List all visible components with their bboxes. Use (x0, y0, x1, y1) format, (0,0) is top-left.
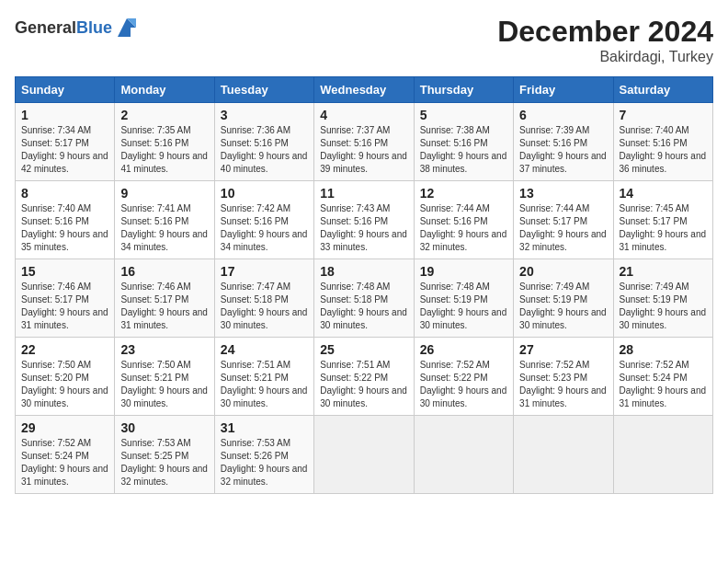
logo-blue: Blue (76, 18, 112, 37)
day-number: 4 (320, 108, 407, 122)
day-number: 20 (519, 264, 607, 279)
day-info: Sunrise: 7:53 AMSunset: 5:26 PMDaylight:… (221, 437, 308, 488)
weekday-header-saturday: Saturday (613, 77, 712, 103)
day-info: Sunrise: 7:37 AMSunset: 5:16 PMDaylight:… (320, 124, 407, 176)
calendar-day-cell: 21Sunrise: 7:49 AMSunset: 5:19 PMDayligh… (613, 259, 712, 338)
day-number: 5 (420, 108, 507, 122)
day-number: 21 (620, 264, 707, 279)
day-number: 14 (620, 186, 707, 201)
calendar-day-cell: 20Sunrise: 7:49 AMSunset: 5:19 PMDayligh… (514, 259, 613, 338)
empty-cell (414, 416, 513, 494)
calendar-day-cell: 4Sunrise: 7:37 AMSunset: 5:16 PMDaylight… (314, 103, 414, 181)
day-number: 24 (221, 342, 308, 357)
calendar-day-cell: 19Sunrise: 7:48 AMSunset: 5:19 PMDayligh… (414, 259, 513, 338)
day-number: 25 (320, 342, 407, 357)
logo: GeneralBlue (15, 15, 140, 40)
day-info: Sunrise: 7:40 AMSunset: 5:16 PMDaylight:… (620, 124, 707, 176)
calendar-day-cell: 28Sunrise: 7:52 AMSunset: 5:24 PMDayligh… (613, 338, 712, 416)
day-info: Sunrise: 7:46 AMSunset: 5:17 PMDaylight:… (21, 281, 108, 332)
location-title: Bakirdagi, Turkey (497, 49, 713, 65)
day-number: 29 (21, 420, 108, 435)
weekday-header-row: SundayMondayTuesdayWednesdayThursdayFrid… (16, 77, 713, 103)
calendar-day-cell: 14Sunrise: 7:45 AMSunset: 5:17 PMDayligh… (613, 181, 712, 259)
calendar-day-cell: 15Sunrise: 7:46 AMSunset: 5:17 PMDayligh… (16, 259, 115, 338)
day-info: Sunrise: 7:43 AMSunset: 5:16 PMDaylight:… (320, 202, 407, 254)
calendar-table: SundayMondayTuesdayWednesdayThursdayFrid… (15, 76, 713, 494)
day-number: 28 (620, 342, 707, 357)
calendar-day-cell: 11Sunrise: 7:43 AMSunset: 5:16 PMDayligh… (314, 181, 414, 259)
calendar-day-cell: 24Sunrise: 7:51 AMSunset: 5:21 PMDayligh… (214, 338, 313, 416)
page-header: GeneralBlue December 2024 Bakirdagi, Tur… (15, 15, 713, 65)
calendar-day-cell: 10Sunrise: 7:42 AMSunset: 5:16 PMDayligh… (214, 181, 313, 259)
day-info: Sunrise: 7:42 AMSunset: 5:16 PMDaylight:… (221, 202, 308, 254)
day-info: Sunrise: 7:34 AMSunset: 5:17 PMDaylight:… (21, 124, 108, 176)
day-info: Sunrise: 7:48 AMSunset: 5:19 PMDaylight:… (420, 281, 507, 332)
day-info: Sunrise: 7:51 AMSunset: 5:21 PMDaylight:… (221, 359, 308, 410)
calendar-day-cell: 6Sunrise: 7:39 AMSunset: 5:16 PMDaylight… (514, 103, 613, 181)
day-info: Sunrise: 7:50 AMSunset: 5:21 PMDaylight:… (120, 359, 208, 410)
day-info: Sunrise: 7:51 AMSunset: 5:22 PMDaylight:… (320, 359, 407, 410)
calendar-day-cell: 31Sunrise: 7:53 AMSunset: 5:26 PMDayligh… (214, 416, 313, 494)
weekday-header-wednesday: Wednesday (314, 77, 414, 103)
title-area: December 2024 Bakirdagi, Turkey (497, 15, 713, 65)
day-number: 8 (21, 186, 108, 201)
day-number: 11 (320, 186, 407, 201)
day-info: Sunrise: 7:36 AMSunset: 5:16 PMDaylight:… (221, 124, 308, 176)
day-info: Sunrise: 7:49 AMSunset: 5:19 PMDaylight:… (519, 281, 607, 332)
logo-icon (114, 15, 140, 40)
day-number: 15 (21, 264, 108, 279)
day-info: Sunrise: 7:50 AMSunset: 5:20 PMDaylight:… (21, 359, 108, 410)
day-info: Sunrise: 7:45 AMSunset: 5:17 PMDaylight:… (620, 202, 707, 254)
weekday-header-monday: Monday (115, 77, 214, 103)
calendar-day-cell: 7Sunrise: 7:40 AMSunset: 5:16 PMDaylight… (613, 103, 712, 181)
day-info: Sunrise: 7:44 AMSunset: 5:16 PMDaylight:… (420, 202, 507, 254)
weekday-header-sunday: Sunday (16, 77, 115, 103)
calendar-day-cell: 30Sunrise: 7:53 AMSunset: 5:25 PMDayligh… (115, 416, 214, 494)
day-info: Sunrise: 7:52 AMSunset: 5:24 PMDaylight:… (21, 437, 108, 488)
calendar-week-row: 29Sunrise: 7:52 AMSunset: 5:24 PMDayligh… (16, 416, 713, 494)
day-info: Sunrise: 7:38 AMSunset: 5:16 PMDaylight:… (420, 124, 507, 176)
day-number: 13 (519, 186, 607, 201)
calendar-week-row: 1Sunrise: 7:34 AMSunset: 5:17 PMDaylight… (16, 103, 713, 181)
day-info: Sunrise: 7:40 AMSunset: 5:16 PMDaylight:… (21, 202, 108, 254)
calendar-day-cell: 23Sunrise: 7:50 AMSunset: 5:21 PMDayligh… (115, 338, 214, 416)
calendar-day-cell: 17Sunrise: 7:47 AMSunset: 5:18 PMDayligh… (214, 259, 313, 338)
day-info: Sunrise: 7:47 AMSunset: 5:18 PMDaylight:… (221, 281, 308, 332)
day-number: 23 (120, 342, 208, 357)
weekday-header-thursday: Thursday (414, 77, 513, 103)
month-title: December 2024 (497, 15, 713, 49)
day-number: 12 (420, 186, 507, 201)
empty-cell (514, 416, 613, 494)
calendar-day-cell: 5Sunrise: 7:38 AMSunset: 5:16 PMDaylight… (414, 103, 513, 181)
logo-general: General (15, 18, 76, 37)
calendar-day-cell: 1Sunrise: 7:34 AMSunset: 5:17 PMDaylight… (16, 103, 115, 181)
calendar-day-cell: 26Sunrise: 7:52 AMSunset: 5:22 PMDayligh… (414, 338, 513, 416)
day-info: Sunrise: 7:49 AMSunset: 5:19 PMDaylight:… (620, 281, 707, 332)
day-info: Sunrise: 7:44 AMSunset: 5:17 PMDaylight:… (519, 202, 607, 254)
calendar-week-row: 22Sunrise: 7:50 AMSunset: 5:20 PMDayligh… (16, 338, 713, 416)
day-info: Sunrise: 7:46 AMSunset: 5:17 PMDaylight:… (120, 281, 208, 332)
day-number: 18 (320, 264, 407, 279)
day-number: 9 (120, 186, 208, 201)
day-number: 27 (519, 342, 607, 357)
day-number: 6 (519, 108, 607, 122)
day-number: 30 (120, 420, 208, 435)
day-info: Sunrise: 7:48 AMSunset: 5:18 PMDaylight:… (320, 281, 407, 332)
calendar-day-cell: 2Sunrise: 7:35 AMSunset: 5:16 PMDaylight… (115, 103, 214, 181)
day-number: 31 (221, 420, 308, 435)
weekday-header-friday: Friday (514, 77, 613, 103)
calendar-day-cell: 13Sunrise: 7:44 AMSunset: 5:17 PMDayligh… (514, 181, 613, 259)
day-info: Sunrise: 7:53 AMSunset: 5:25 PMDaylight:… (120, 437, 208, 488)
calendar-day-cell: 8Sunrise: 7:40 AMSunset: 5:16 PMDaylight… (16, 181, 115, 259)
day-number: 1 (21, 108, 108, 122)
calendar-day-cell: 16Sunrise: 7:46 AMSunset: 5:17 PMDayligh… (115, 259, 214, 338)
day-number: 3 (221, 108, 308, 122)
day-number: 19 (420, 264, 507, 279)
weekday-header-tuesday: Tuesday (214, 77, 313, 103)
day-info: Sunrise: 7:41 AMSunset: 5:16 PMDaylight:… (120, 202, 208, 254)
calendar-day-cell: 3Sunrise: 7:36 AMSunset: 5:16 PMDaylight… (214, 103, 313, 181)
calendar-day-cell: 22Sunrise: 7:50 AMSunset: 5:20 PMDayligh… (16, 338, 115, 416)
day-info: Sunrise: 7:52 AMSunset: 5:23 PMDaylight:… (519, 359, 607, 410)
calendar-day-cell: 9Sunrise: 7:41 AMSunset: 5:16 PMDaylight… (115, 181, 214, 259)
day-number: 10 (221, 186, 308, 201)
